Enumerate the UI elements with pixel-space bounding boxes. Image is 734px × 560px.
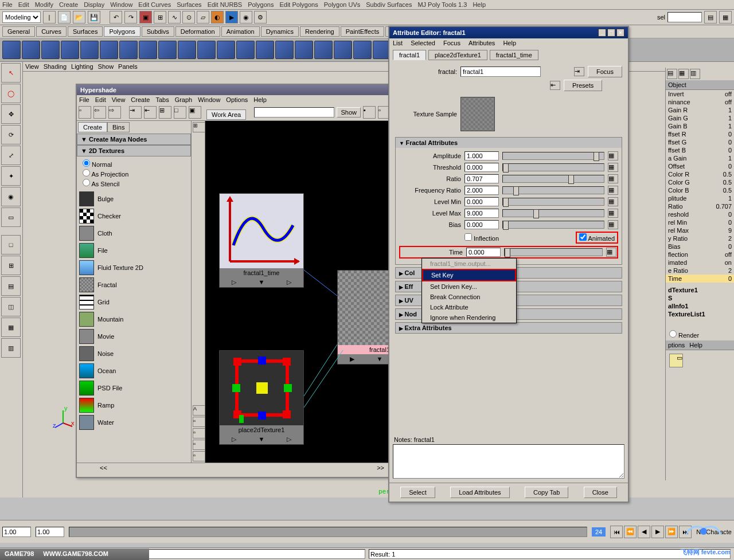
toolbar-icon[interactable]: ▦ [719,11,732,24]
nav-out-icon[interactable]: ⇤ [550,81,560,90]
attr-slider[interactable] [504,248,603,256]
menu-mj-poly-tools-1.3[interactable]: MJ Poly Tools 1.3 [417,1,467,8]
ae-menu-help[interactable]: Help [503,40,516,46]
attr-bias-input[interactable] [464,220,499,229]
radio-as-projection[interactable]: As Projection [83,169,185,178]
load-attributes-button[interactable]: Load Attributes [450,487,509,498]
menu-edit-polygons[interactable]: Edit Polygons [279,1,318,8]
shelf-item-icon[interactable] [256,41,274,59]
menu-subdiv-surfaces[interactable]: Subdiv Surfaces [366,1,412,8]
menu-window[interactable]: Window [110,1,132,8]
cb-layout-icon[interactable]: ▤ [667,69,677,79]
snap-curve-icon[interactable]: ∿ [168,11,181,24]
shape-node[interactable]: dTexture1 [666,286,734,294]
presets-button[interactable]: Presets [564,80,602,91]
radio-normal[interactable]: Normal [83,159,185,169]
map-button-icon[interactable]: ▦ [608,186,618,195]
channel-row[interactable]: rel Max9 [666,226,734,234]
shelf-item-icon[interactable] [139,41,157,59]
soft-mod-tool-icon[interactable]: ◉ [1,187,21,206]
tab-work-area[interactable]: Work Area [206,109,246,120]
texture-water[interactable]: Water [77,414,191,431]
shelf-item-icon[interactable] [61,41,79,59]
channel-row[interactable]: Gain R1 [666,106,734,114]
context-lock-attribute[interactable]: Lock Attribute [422,302,516,312]
node-fractal1-time[interactable]: fractal1_time ▷▼▷ [219,193,304,288]
cb-layout-icon[interactable]: ▥ [690,69,700,79]
hs-menu-create[interactable]: Create [131,96,150,103]
attr-slider[interactable] [502,163,604,171]
shelf-item-icon[interactable] [275,41,294,59]
channel-row[interactable]: Offset0 [666,162,734,170]
snap-point-icon[interactable]: ⊙ [182,11,195,24]
snap-plane-icon[interactable]: ▱ [197,11,209,24]
shelf-tab-animation[interactable]: Animation [221,26,260,37]
shelf-tab-surfaces[interactable]: Surfaces [68,26,103,37]
attr-slider[interactable] [502,152,604,160]
channel-row[interactable]: plitude1 [666,194,734,202]
panel-menu-panels[interactable]: Panels [118,63,138,70]
texture-grid[interactable]: Grid [77,293,191,311]
map-button-icon[interactable]: ▦ [608,174,618,183]
channel-row[interactable]: a Gain1 [666,154,734,162]
channel-row[interactable]: Invertoff [666,90,734,98]
attr-level-max-input[interactable] [464,209,499,218]
attr-slider[interactable] [502,221,604,229]
undo-icon[interactable]: ↶ [110,11,122,24]
ae-tab-place2dtexture1[interactable]: place2dTexture1 [428,50,487,60]
ae-menu-list[interactable]: List [393,40,403,46]
shelf-item-icon[interactable] [100,41,118,59]
scroll-fwd[interactable]: >> [377,464,384,471]
texture-file[interactable]: File [77,242,191,259]
shelf-tab-dynamics[interactable]: Dynamics [261,26,299,37]
render-globals-icon[interactable]: ⚙ [254,11,267,24]
hs-show-icon[interactable]: □ [174,106,186,119]
channel-row[interactable]: Color G0.5 [666,178,734,186]
focus-button[interactable]: Focus [588,66,622,77]
new-scene-icon[interactable]: 📄 [58,11,71,24]
hs-side-icon[interactable]: ▫ [193,417,205,427]
hs-search-input[interactable] [254,107,334,118]
create-maya-nodes-header[interactable]: Create Maya Nodes [77,134,191,145]
2d-textures-header[interactable]: 2D Textures [77,145,191,156]
nav-in-icon[interactable]: ⇥ [574,67,584,76]
channel-row[interactable]: Gain B1 [666,122,734,130]
shelf-item-icon[interactable] [158,41,177,59]
hs-container-icon[interactable]: ▣ [189,106,201,119]
four-view-icon[interactable]: ⊞ [1,256,21,275]
hs-menu-edit[interactable]: Edit [95,96,106,103]
channel-row[interactable]: Bias0 [666,242,734,250]
attr-time-input[interactable] [466,248,501,257]
hs-menu-file[interactable]: File [79,96,89,103]
shelf-item-icon[interactable] [80,41,99,59]
map-button-icon[interactable]: ▦ [608,151,618,160]
menu-file[interactable]: File [2,1,13,8]
shape-node[interactable]: S [666,294,734,302]
shelf-tab-general[interactable]: General [2,26,35,37]
channel-row[interactable]: flectionoff [666,250,734,259]
texture-mountain[interactable]: Mountain [77,311,191,328]
channel-row[interactable]: Gain G1 [666,114,734,122]
hypershade-window[interactable]: Hypershade FileEditViewCreateTabsGraphWi… [76,84,408,478]
render-radio[interactable]: Render [669,332,699,339]
timeline[interactable]: 24 ⏮ ⏪ ◀ ▶ ⏩ ⏭ No Characte [0,520,734,543]
menu-surfaces[interactable]: Surfaces [177,1,201,8]
menu-polygon-uvs[interactable]: Polygon UVs [324,1,361,8]
shelf-item-icon[interactable] [2,41,21,59]
shelf-item-icon[interactable] [353,41,372,59]
channel-box[interactable]: ▤ ▦ ▥ Object InvertoffninanceoffGain R1G… [665,68,734,480]
shelf-tab-curves[interactable]: Curves [36,26,67,37]
hs-side-icon[interactable]: ▫ [193,451,205,461]
attr-ratio-input[interactable] [464,174,499,183]
map-button-icon[interactable]: ▦ [606,248,616,257]
mode-selector[interactable]: Modeling [2,11,41,23]
construction-history-icon[interactable]: ◐ [211,11,224,24]
hs-graph-in-icon[interactable]: ⇥ [129,106,142,119]
texture-ramp[interactable]: Ramp [77,397,191,414]
menu-create[interactable]: Create [59,1,78,8]
shelf-item-icon[interactable] [334,41,352,59]
scale-tool-icon[interactable]: ⤢ [1,146,21,165]
channel-row[interactable]: e Ratio2 [666,267,734,275]
hs-view-large-icon[interactable]: ▪ [363,106,376,119]
ae-tab-fractal1_time[interactable]: fractal1_time [490,50,538,60]
